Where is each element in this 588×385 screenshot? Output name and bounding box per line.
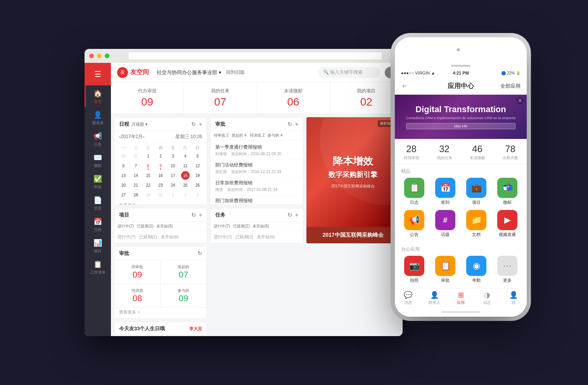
cal-day[interactable]: 8 — [144, 161, 152, 170]
as-item-browse[interactable]: 待浏览 08 — [114, 284, 161, 308]
back-button[interactable]: ← — [401, 82, 408, 90]
sidebar-item-home[interactable]: 🏠 首页 — [85, 85, 111, 107]
task-tab-notstarted[interactable]: 未开始(6) — [252, 224, 269, 229]
cal-day[interactable]: 1 — [169, 191, 177, 199]
approval-item[interactable]: 部门加班费用报销 赵程 发起时间：2017-01-21 21:34 — [211, 195, 303, 205]
phone-nav-messages[interactable]: 💬 消息 — [395, 291, 421, 305]
sidebar-item-project[interactable]: 📊 项目 — [85, 235, 111, 256]
cal-day[interactable]: 6 — [119, 161, 128, 170]
nav-action[interactable]: 全部应用 — [500, 83, 521, 90]
phone-nav-activity[interactable]: ◑ 动态 — [474, 291, 500, 305]
app-item-photo[interactable]: 📷 拍照 — [401, 256, 427, 283]
app-item-mail[interactable]: 📬 微邮 — [494, 178, 521, 205]
approval-tab-initiated[interactable]: 发起的 4 — [232, 133, 246, 138]
cal-day[interactable]: 19 — [194, 171, 202, 180]
app-item-journal[interactable]: 📋 日志 — [401, 178, 427, 205]
project-tab-notstarted[interactable]: 未开始(6) — [156, 224, 173, 229]
cal-day[interactable]: 31 — [131, 152, 140, 160]
cal-day[interactable]: 30 — [119, 152, 128, 160]
as-item-pending[interactable]: 待审批 09 — [114, 260, 161, 284]
app-item-docs[interactable]: 📁 文档 — [463, 210, 489, 238]
app-item-project[interactable]: 💼 项目 — [463, 178, 489, 205]
cal-day[interactable]: 25 — [181, 181, 190, 189]
project-add-icon[interactable]: + — [199, 212, 202, 218]
cal-day[interactable]: 20 — [119, 181, 128, 189]
cal-day[interactable]: 15 — [144, 171, 152, 180]
cal-day[interactable]: 12 — [194, 161, 202, 170]
banner-close-button[interactable]: ✕ — [517, 97, 524, 104]
address-bar[interactable] — [128, 52, 382, 60]
stat-mail[interactable]: 未读微邮 06 — [257, 82, 330, 114]
project-tab-ongoing[interactable]: 进行中(7) — [118, 224, 134, 229]
approval-summary-refresh-icon[interactable]: ↻ — [197, 250, 202, 257]
sidebar-item-mail[interactable]: ✉️ 微邮 — [85, 149, 111, 171]
phone-stat-3[interactable]: 78 出勤天数 — [494, 144, 527, 161]
calendar-add-icon[interactable]: + — [199, 121, 202, 127]
app-item-notice[interactable]: 📢 公告 — [401, 210, 427, 238]
cal-day[interactable]: 2 — [181, 191, 190, 199]
sidebar-item-worklist[interactable]: 📋 工作清单 — [85, 256, 111, 277]
birthday-link[interactable]: 李大至 — [189, 326, 202, 332]
stat-approval[interactable]: 代办审批 09 — [111, 82, 184, 114]
cal-day[interactable]: 23 — [156, 181, 165, 189]
cal-day[interactable]: 14 — [131, 171, 140, 180]
cal-day[interactable]: 9 — [156, 161, 165, 170]
app-item-approval[interactable]: 📋 审批 — [432, 256, 458, 283]
approval-item[interactable]: 部门活动经费报销 高红雨 发起时间：2016-12-21 21:34 — [211, 160, 303, 177]
cal-day[interactable]: 27 — [119, 191, 128, 199]
phone-stat-1[interactable]: 32 我的任务 — [428, 144, 461, 161]
cal-day[interactable]: 2 — [156, 152, 165, 160]
phone-stat-2[interactable]: 46 未读微邮 — [461, 144, 494, 161]
task-refresh-icon[interactable]: ↻ — [287, 212, 292, 218]
app-item-attendance[interactable]: ◉ 考勤 — [463, 256, 489, 283]
calendar-view-toggle[interactable]: 月视图 ▾ — [131, 121, 148, 127]
cal-day[interactable]: 4 — [181, 152, 190, 160]
stat-task[interactable]: 我的任务 07 — [184, 82, 257, 114]
cal-day[interactable]: 30 — [156, 191, 165, 199]
sidebar-item-notice[interactable]: 📢 公告 — [85, 128, 111, 149]
calendar-see-more[interactable]: 查看更多 > — [114, 201, 207, 205]
cal-day[interactable]: 17 — [169, 171, 177, 180]
task-tab-overdue[interactable]: 已延期(2) — [233, 224, 249, 229]
cal-day[interactable]: 28 — [131, 191, 140, 199]
sidebar-item-approval[interactable]: ✅ 审批 — [85, 171, 111, 192]
task-add-icon[interactable]: + — [295, 212, 298, 218]
cal-day[interactable]: 21 — [131, 181, 140, 189]
cal-day[interactable]: 13 — [119, 171, 128, 180]
cal-day[interactable]: 24 — [169, 181, 177, 189]
cal-next-icon[interactable]: › — [143, 134, 144, 140]
project-refresh-icon[interactable]: ↻ — [191, 212, 196, 218]
sidebar-item-schedule[interactable]: 📅 日程 — [85, 213, 111, 235]
cal-day[interactable]: 7 — [131, 161, 140, 170]
phone-nav-contacts[interactable]: 👤 联系人 — [421, 291, 448, 305]
cal-day[interactable]: 29 — [144, 191, 152, 199]
sidebar-item-contacts[interactable]: 👤 通讯录 — [85, 107, 111, 128]
as-item-initiated[interactable]: 发起的 07 — [161, 260, 207, 284]
old-version-link[interactable]: 回到旧版 — [226, 69, 245, 76]
cal-day[interactable]: 26 — [194, 181, 202, 189]
approval-summary-see-more[interactable]: 查看更多 > — [114, 308, 207, 318]
calendar-refresh-icon[interactable]: ↻ — [191, 121, 196, 127]
cal-day[interactable]: 3 — [194, 191, 202, 199]
task-tab-ongoing[interactable]: 进行中(7) — [214, 224, 230, 229]
as-item-joined[interactable]: 参与的 09 — [161, 284, 207, 308]
cal-day[interactable]: 5 — [194, 152, 202, 160]
stat-project[interactable]: 我的项目 02 — [330, 82, 403, 114]
app-item-video[interactable]: ▶ 视频直播 — [494, 210, 521, 238]
cal-day[interactable]: 16 — [156, 171, 165, 180]
approval-tab-pending[interactable]: 待审批 2 — [214, 133, 228, 138]
approval-tab-browse[interactable]: 待浏览 2 — [250, 133, 265, 138]
sidebar-item-library[interactable]: 📄 文库 — [85, 192, 111, 213]
cal-day[interactable]: 22 — [144, 181, 152, 189]
approval-item[interactable]: 第一季度通行费用报销 刘海明 发起时间：2016-08-21 09:30 — [211, 142, 303, 160]
phone-nav-apps[interactable]: ⊞ 应用 — [448, 291, 474, 305]
close-button[interactable] — [89, 54, 94, 58]
banner-more-button[interactable]: Más info — [406, 123, 515, 129]
app-item-checkin[interactable]: 📅 签到 — [432, 178, 458, 205]
cal-day[interactable]: 1 — [144, 152, 152, 160]
app-item-topic[interactable]: # 话题 — [432, 210, 458, 238]
cal-day[interactable]: 11 — [181, 161, 190, 170]
project-tab-overdue[interactable]: 已延期(2) — [137, 224, 153, 229]
cal-day[interactable]: 10 — [169, 161, 177, 170]
search-input[interactable]: 🔍 输入关键字搜索 — [318, 67, 380, 78]
